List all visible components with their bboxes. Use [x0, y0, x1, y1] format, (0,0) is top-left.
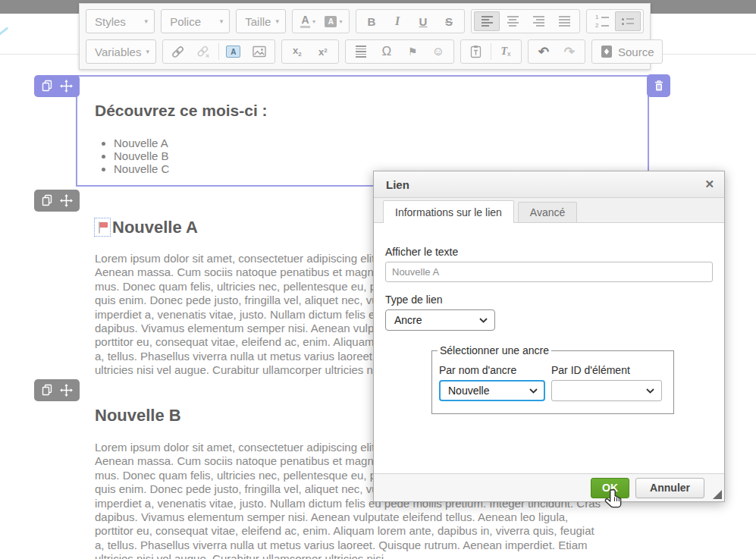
chevron-down-icon: ▾	[145, 17, 149, 25]
newsletter-toc-list: Nouvelle A Nouvelle B Nouvelle C	[99, 137, 169, 176]
horizontal-rule-button[interactable]	[348, 42, 374, 61]
toolbar-row-2: Variables ▾ A	[86, 38, 644, 65]
image-button[interactable]	[246, 42, 272, 61]
bullet-list-button[interactable]	[615, 11, 641, 31]
size-dropdown-label: Taille	[245, 15, 271, 28]
bold-button[interactable]: B	[359, 11, 384, 31]
trash-icon	[654, 80, 664, 92]
bullet-list-icon	[622, 18, 634, 25]
background-color-icon: A	[325, 16, 337, 27]
styles-dropdown-label: Styles	[95, 15, 126, 28]
text-field-button[interactable]: A	[221, 42, 246, 61]
chevron-down-icon	[529, 388, 538, 394]
anchor-name-label: Par nom d'ancre	[439, 364, 545, 376]
chevron-down-icon: ▾	[220, 17, 224, 25]
variables-dropdown[interactable]: Variables ▾	[86, 39, 156, 64]
dialog-body: Afficher le texte Type de lien Ancre Sél…	[374, 223, 724, 414]
anchor-group-legend: Sélectionner une ancre	[438, 344, 551, 356]
link-button[interactable]	[165, 42, 191, 61]
toolbar-separator	[218, 43, 219, 60]
styles-dropdown[interactable]: Styles ▾	[86, 9, 155, 33]
remove-format-icon: Tx	[500, 46, 510, 58]
italic-button[interactable]: I	[384, 11, 410, 31]
undo-button[interactable]: ↶	[531, 42, 557, 61]
remove-format-button[interactable]: Tx	[493, 42, 519, 61]
superscript-button[interactable]: x2	[310, 42, 336, 61]
font-dropdown[interactable]: Police ▾	[161, 9, 230, 33]
block-handle-section-a[interactable]	[34, 190, 80, 212]
dialog-title-bar[interactable]: Lien ✕	[374, 171, 724, 198]
block-handle-section-b[interactable]	[34, 379, 80, 401]
align-right-button[interactable]	[525, 11, 551, 31]
text-color-button[interactable]: A ▾	[295, 11, 321, 31]
link-type-label: Type de lien	[385, 294, 713, 306]
copy-icon	[41, 80, 53, 93]
close-icon[interactable]: ✕	[704, 177, 714, 191]
chevron-down-icon: ▾	[146, 48, 149, 55]
newsletter-header-title[interactable]: Découvrez ce mois-ci :	[95, 102, 268, 120]
tab-link-info[interactable]: Informations sur le lien	[383, 200, 514, 223]
anchor-button[interactable]: ⚑	[400, 42, 425, 61]
list-item[interactable]: Nouvelle B	[114, 149, 169, 162]
numbered-list-button[interactable]: 1 2	[589, 11, 615, 31]
selection-artifact	[0, 27, 8, 36]
align-group	[471, 9, 580, 33]
tab-advanced[interactable]: Avancé	[518, 202, 577, 222]
subsup-group: x2 x2	[281, 39, 339, 64]
link-dialog: Lien ✕ Informations sur le lien Avancé A…	[373, 171, 725, 502]
insert-group: Ω ⚑ ☺	[345, 39, 454, 64]
section-a-heading[interactable]: Nouvelle A	[112, 218, 198, 237]
clipboard-icon	[470, 45, 482, 58]
numbered-list-icon: 1 2	[595, 14, 609, 29]
move-icon	[60, 80, 73, 93]
dialog-resize-handle[interactable]	[713, 490, 722, 499]
align-right-icon	[533, 16, 544, 27]
source-button-label: Source	[618, 46, 654, 58]
dialog-tabs: Informations sur le lien Avancé	[374, 198, 724, 223]
link-type-select[interactable]: Ancre	[385, 309, 495, 331]
background-color-button[interactable]: A ▾	[321, 11, 347, 31]
horizontal-rule-icon	[356, 46, 366, 58]
list-item[interactable]: Nouvelle A	[114, 137, 169, 149]
chevron-down-icon: ▾	[275, 17, 279, 25]
toolbar-row-1: Styles ▾ Police ▾ Taille ▾ A ▾ A	[86, 8, 644, 35]
copy-icon	[41, 194, 53, 207]
special-char-button[interactable]: Ω	[374, 42, 400, 61]
link-group: A	[162, 39, 275, 64]
mouse-cursor	[604, 488, 624, 515]
anchor-options-group: Sélectionner une ancre Par nom d'ancre N…	[431, 344, 674, 414]
redo-button[interactable]: ↷	[557, 42, 582, 61]
text-color-icon: A	[300, 14, 310, 28]
move-icon	[60, 384, 73, 397]
undo-icon: ↶	[538, 46, 549, 58]
source-icon	[601, 45, 613, 58]
delete-block-button[interactable]	[647, 74, 670, 97]
align-center-button[interactable]	[500, 11, 525, 31]
align-left-button[interactable]	[474, 11, 500, 31]
cancel-button[interactable]: Annuler	[635, 478, 704, 498]
anchor-id-label: Par ID d'élément	[551, 364, 662, 376]
smiley-button[interactable]: ☺	[425, 42, 451, 61]
anchor-id-select[interactable]	[551, 380, 662, 401]
superscript-icon: x2	[318, 47, 328, 57]
unlink-button[interactable]	[191, 42, 217, 61]
move-icon	[60, 194, 73, 207]
underline-button[interactable]: U	[410, 11, 436, 31]
link-icon	[171, 45, 185, 59]
source-button[interactable]: Source	[591, 39, 663, 64]
smiley-icon: ☺	[432, 45, 444, 58]
list-item[interactable]: Nouvelle C	[114, 162, 169, 175]
section-b-heading[interactable]: Nouvelle B	[95, 406, 181, 426]
display-text-input[interactable]	[385, 262, 713, 282]
subscript-button[interactable]: x2	[284, 42, 310, 61]
anchor-marker[interactable]	[94, 218, 111, 237]
strikethrough-button[interactable]: S	[436, 11, 462, 31]
paste-text-button[interactable]	[463, 42, 489, 61]
italic-icon: I	[395, 14, 400, 28]
size-dropdown[interactable]: Taille ▾	[236, 9, 286, 33]
align-justify-button[interactable]	[551, 11, 577, 31]
anchor-name-select[interactable]: Nouvelle	[439, 380, 545, 401]
redo-icon: ↷	[564, 46, 575, 58]
block-handle-header[interactable]	[34, 75, 80, 97]
display-text-label: Afficher le texte	[385, 246, 713, 258]
